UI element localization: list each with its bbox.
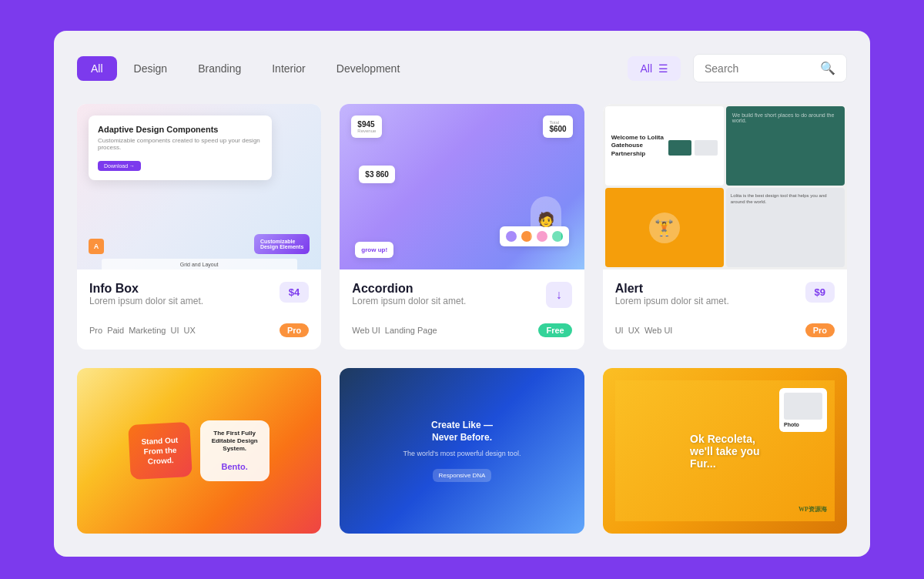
grid-label: Grid and Layout	[102, 259, 297, 269]
collage-item-4: Lolita is the best design tool that help…	[726, 188, 845, 267]
collage-item-3: 🏋️	[605, 188, 724, 267]
search-box: 🔍	[693, 54, 847, 82]
tag-ux2: UX	[628, 326, 640, 335]
card-responsive-image: Create Like —Never Before. The world's m…	[340, 368, 584, 534]
card-infobox-desc: Lorem ipsum dolor sit amet.	[89, 296, 203, 306]
card-accordion-tags: Web UI Landing Page	[352, 326, 437, 335]
card-infobox-title-row: Info Box Lorem ipsum dolor sit amet. $4	[89, 282, 309, 319]
card-alert-badge: Pro	[805, 323, 835, 337]
card-accordion-image: Total $600 $945 Revenue $3 860	[340, 104, 584, 269]
card-alert-tags: UI UX Web UI	[615, 326, 673, 335]
card-alert-title-row: Alert Lorem ipsum dolor sit amet. $9	[615, 282, 835, 319]
collage-item-2: We build five short places to do around …	[726, 106, 845, 186]
card-accordion-footer: Web UI Landing Page Free	[352, 323, 571, 337]
card-infobox-body: Info Box Lorem ipsum dolor sit amet. $4 …	[77, 269, 321, 350]
tab-branding[interactable]: Branding	[184, 56, 255, 81]
card-accordion-badge: Free	[538, 323, 571, 337]
app-container: All Design Branding Interior Development…	[54, 31, 870, 557]
card-recoleta[interactable]: Photo Ok Recoleta,we'll take youFur... W…	[603, 368, 847, 534]
card-accordion-title: Accordion	[352, 282, 466, 296]
card-infobox-preview-title: Adaptive Design Components	[98, 125, 263, 134]
card-recoleta-text: Ok Recoleta,we'll take youFur...	[678, 433, 772, 470]
filter-all-button[interactable]: All ☰	[628, 56, 681, 81]
collage-item-1: Welcome to LolitaGatehouse Partnership	[605, 106, 724, 186]
tag-ui: UI	[170, 326, 179, 335]
tag-marketing: Marketing	[129, 326, 166, 335]
avatar-1	[506, 231, 517, 242]
mini-card-3: $3 860	[359, 166, 395, 183]
card-alert-body: Alert Lorem ipsum dolor sit amet. $9 UI …	[603, 269, 847, 350]
tag-pro: Pro	[89, 326, 102, 335]
tab-design[interactable]: Design	[120, 56, 182, 81]
card-alert-desc: Lorem ipsum dolor sit amet.	[615, 296, 729, 306]
mini-card-1: Total $600	[543, 115, 572, 138]
card-accordion[interactable]: Total $600 $945 Revenue $3 860	[340, 104, 584, 350]
card-accordion-title-row: Accordion Lorem ipsum dolor sit amet. ↓	[352, 282, 571, 319]
card-recoleta-bg: Photo Ok Recoleta,we'll take youFur... W…	[615, 380, 835, 521]
person-illustration: 🧑	[531, 196, 561, 243]
tab-all[interactable]: All	[77, 56, 117, 81]
mini-card-2: $945 Revenue	[351, 115, 382, 138]
card-infobox-footer: Pro Paid Marketing UI UX Pro	[89, 323, 309, 337]
card-alert-title: Alert	[615, 282, 729, 296]
search-input[interactable]	[705, 62, 814, 75]
card-accordion-download[interactable]: ↓	[546, 282, 572, 308]
tag-paid: Paid	[107, 326, 124, 335]
filter-all-label: All	[640, 62, 652, 75]
card-infobox-image: Adaptive Design Components Customizable …	[77, 104, 321, 269]
card-infobox-preview-btn: Download →	[98, 161, 141, 171]
filter-tabs: All Design Branding Interior Development	[77, 56, 621, 81]
tag-webui: Web UI	[352, 326, 380, 335]
card-infobox-preview-desc: Customizable components created to speed…	[98, 137, 263, 151]
card-infobox-preview: Adaptive Design Components Customizable …	[89, 115, 272, 180]
card-alert-image: Welcome to LolitaGatehouse Partnership W…	[603, 104, 847, 269]
card-infobox-tags: Pro Paid Marketing UI UX	[89, 326, 196, 335]
card-alert-price: $9	[805, 282, 835, 303]
filter-bar: All Design Branding Interior Development…	[77, 54, 847, 82]
tag-ui2: UI	[615, 326, 624, 335]
tag-ux: UX	[183, 326, 195, 335]
card-infobox[interactable]: Adaptive Design Components Customizable …	[77, 104, 321, 350]
tab-development[interactable]: Development	[323, 56, 414, 81]
card-standout-image: Stand Out From the Crowd. The First Full…	[77, 368, 321, 534]
filter-icon: ☰	[658, 62, 668, 75]
card-infobox-letter: A	[89, 239, 104, 254]
card-accordion-body: Accordion Lorem ipsum dolor sit amet. ↓ …	[340, 269, 584, 350]
card-alert[interactable]: Welcome to LolitaGatehouse Partnership W…	[603, 104, 847, 350]
card-standout-content: Stand Out From the Crowd. The First Full…	[89, 380, 309, 521]
card-standout[interactable]: Stand Out From the Crowd. The First Full…	[77, 368, 321, 534]
watermark: WP资源海	[798, 505, 827, 514]
card-infobox-chip: CustomizableDesign Elements	[254, 234, 310, 254]
tab-interior[interactable]: Interior	[258, 56, 320, 81]
tag-webui2: Web UI	[644, 326, 672, 335]
search-icon: 🔍	[820, 61, 835, 75]
card-alert-footer: UI UX Web UI Pro	[615, 323, 835, 337]
card-infobox-title: Info Box	[89, 282, 203, 296]
card-responsive[interactable]: Create Like —Never Before. The world's m…	[340, 368, 584, 534]
card-accordion-desc: Lorem ipsum dolor sit amet.	[352, 296, 466, 306]
card-infobox-price: $4	[280, 282, 309, 303]
card-infobox-badge: Pro	[280, 323, 309, 337]
card-recoleta-image: Photo Ok Recoleta,we'll take youFur... W…	[603, 368, 847, 534]
card-responsive-content: Create Like —Never Before. The world's m…	[391, 407, 534, 494]
card-recoleta-img-element: Photo	[779, 388, 827, 432]
mini-card-5: grow up!	[355, 242, 393, 258]
cards-grid: Adaptive Design Components Customizable …	[77, 104, 847, 534]
tag-landing: Landing Page	[385, 326, 437, 335]
